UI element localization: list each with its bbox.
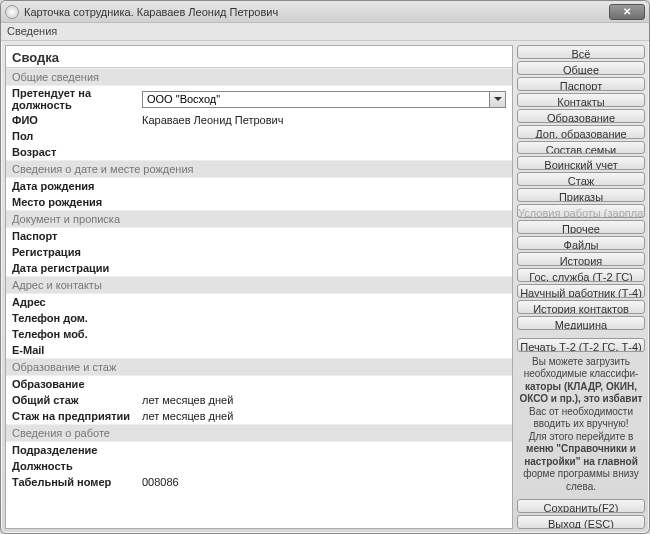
- row-birthplace: Место рождения: [6, 194, 512, 210]
- info-l10: форме программы внизу: [523, 468, 638, 479]
- window-title: Карточка сотрудника. Караваев Леонид Пет…: [24, 6, 609, 18]
- info-l8: меню "Справочники и: [526, 443, 636, 454]
- info-l4: ОКСО и пр.), это избавит: [520, 393, 643, 404]
- side-medicine-button[interactable]: Медицина: [517, 316, 645, 330]
- side-gov-service-button[interactable]: Гос. служба (Т-2 ГС): [517, 268, 645, 282]
- row-total-exp: Общий стаж лет месяцев дней: [6, 392, 512, 408]
- row-position: Претендует на должность ООО "Восход": [6, 86, 512, 112]
- info-l9: настройки" на главной: [524, 456, 638, 467]
- label-department: Подразделение: [12, 444, 142, 456]
- side-orders-button[interactable]: Приказы: [517, 188, 645, 202]
- info-text: Вы можете загрузить необходимые классифи…: [517, 354, 645, 496]
- section-birth: Сведения о дате и месте рождения: [6, 160, 512, 178]
- position-dropdown[interactable]: ООО "Восход": [142, 91, 506, 108]
- chevron-down-icon: [494, 95, 502, 103]
- label-tabnum: Табельный номер: [12, 476, 142, 488]
- position-value: ООО "Восход": [143, 93, 489, 105]
- label-fio: ФИО: [12, 114, 142, 126]
- row-tabnum: Табельный номер 008086: [6, 474, 512, 490]
- info-l1: Вы можете загрузить: [532, 356, 630, 367]
- side-scientific-button[interactable]: Научный работник (Т-4): [517, 284, 645, 298]
- menu-item-info[interactable]: Сведения: [7, 25, 57, 37]
- side-files-button[interactable]: Файлы: [517, 236, 645, 250]
- row-regdate: Дата регистрации: [6, 260, 512, 276]
- label-sex: Пол: [12, 130, 142, 142]
- row-address: Адрес: [6, 294, 512, 310]
- label-regdate: Дата регистрации: [12, 262, 142, 274]
- row-company-exp: Стаж на предприятии лет месяцев дней: [6, 408, 512, 424]
- value-fio: Караваев Леонид Петрович: [142, 114, 506, 126]
- side-extra-education-button[interactable]: Доп. образование: [517, 125, 645, 139]
- label-registration: Регистрация: [12, 246, 142, 258]
- row-phone-home: Телефон дом.: [6, 310, 512, 326]
- side-contacts-button[interactable]: Контакты: [517, 93, 645, 107]
- label-job: Должность: [12, 460, 142, 472]
- print-button[interactable]: Печать Т-2 (Т-2 ГС, Т-4): [517, 338, 645, 352]
- label-birthplace: Место рождения: [12, 196, 142, 208]
- section-general: Общие сведения: [6, 68, 512, 86]
- section-documents: Документ и прописка: [6, 210, 512, 228]
- side-passport-button[interactable]: Паспорт: [517, 77, 645, 91]
- section-work: Сведения о работе: [6, 424, 512, 442]
- close-icon: ✕: [623, 6, 631, 17]
- window-body: Сводка Общие сведения Претендует на долж…: [1, 41, 649, 533]
- value-company-exp: лет месяцев дней: [142, 410, 506, 422]
- label-phone-home: Телефон дом.: [12, 312, 142, 324]
- menubar: Сведения: [1, 23, 649, 41]
- row-phone-mob: Телефон моб.: [6, 326, 512, 342]
- label-total-exp: Общий стаж: [12, 394, 142, 406]
- side-family-button[interactable]: Состав семьи: [517, 141, 645, 155]
- info-l5: Вас от необходимости: [529, 406, 633, 417]
- side-education-button[interactable]: Образование: [517, 109, 645, 123]
- row-birthdate: Дата рождения: [6, 178, 512, 194]
- side-contact-history-button[interactable]: История контактов: [517, 300, 645, 314]
- row-department: Подразделение: [6, 442, 512, 458]
- label-position: Претендует на должность: [12, 87, 142, 111]
- label-age: Возраст: [12, 146, 142, 158]
- label-email: E-Mail: [12, 344, 142, 356]
- side-military-button[interactable]: Воинский учет: [517, 156, 645, 170]
- row-sex: Пол: [6, 128, 512, 144]
- dropdown-arrow-button[interactable]: [489, 92, 505, 107]
- info-l7: Для этого перейдите в: [529, 431, 634, 442]
- fields-container: Общие сведения Претендует на должность О…: [6, 68, 512, 528]
- side-experience-button[interactable]: Стаж: [517, 172, 645, 186]
- window: Карточка сотрудника. Караваев Леонид Пет…: [0, 0, 650, 534]
- save-button[interactable]: Сохранить(F2): [517, 499, 645, 513]
- row-email: E-Mail: [6, 342, 512, 358]
- side-salary-button: Условия работы (зарплата): [517, 204, 645, 218]
- row-registration: Регистрация: [6, 244, 512, 260]
- value-tabnum: 008086: [142, 476, 506, 488]
- side-other-button[interactable]: Прочее: [517, 220, 645, 234]
- label-passport: Паспорт: [12, 230, 142, 242]
- side-all-button[interactable]: Всё: [517, 45, 645, 59]
- main-panel: Сводка Общие сведения Претендует на долж…: [5, 45, 513, 529]
- row-education: Образование: [6, 376, 512, 392]
- section-contacts: Адрес и контакты: [6, 276, 512, 294]
- info-l3: каторы (КЛАДР, ОКИН,: [525, 381, 637, 392]
- label-company-exp: Стаж на предприятии: [12, 410, 142, 422]
- info-l6: вводить их вручную!: [534, 418, 629, 429]
- value-total-exp: лет месяцев дней: [142, 394, 506, 406]
- info-l11: слева.: [566, 481, 596, 492]
- exit-button[interactable]: Выход (ESC): [517, 515, 645, 529]
- side-history-button[interactable]: История: [517, 252, 645, 266]
- titlebar: Карточка сотрудника. Караваев Леонид Пет…: [1, 1, 649, 23]
- row-age: Возраст: [6, 144, 512, 160]
- row-job: Должность: [6, 458, 512, 474]
- main-header: Сводка: [6, 46, 512, 68]
- row-fio: ФИО Караваев Леонид Петрович: [6, 112, 512, 128]
- close-button[interactable]: ✕: [609, 4, 645, 20]
- row-passport: Паспорт: [6, 228, 512, 244]
- side-general-button[interactable]: Общее: [517, 61, 645, 75]
- label-address: Адрес: [12, 296, 142, 308]
- app-icon: [5, 5, 19, 19]
- label-birthdate: Дата рождения: [12, 180, 142, 192]
- side-panel: Всё Общее Паспорт Контакты Образование Д…: [517, 45, 645, 529]
- label-education: Образование: [12, 378, 142, 390]
- label-phone-mob: Телефон моб.: [12, 328, 142, 340]
- section-education: Образование и стаж: [6, 358, 512, 376]
- info-l2: необходимые классифи-: [524, 368, 639, 379]
